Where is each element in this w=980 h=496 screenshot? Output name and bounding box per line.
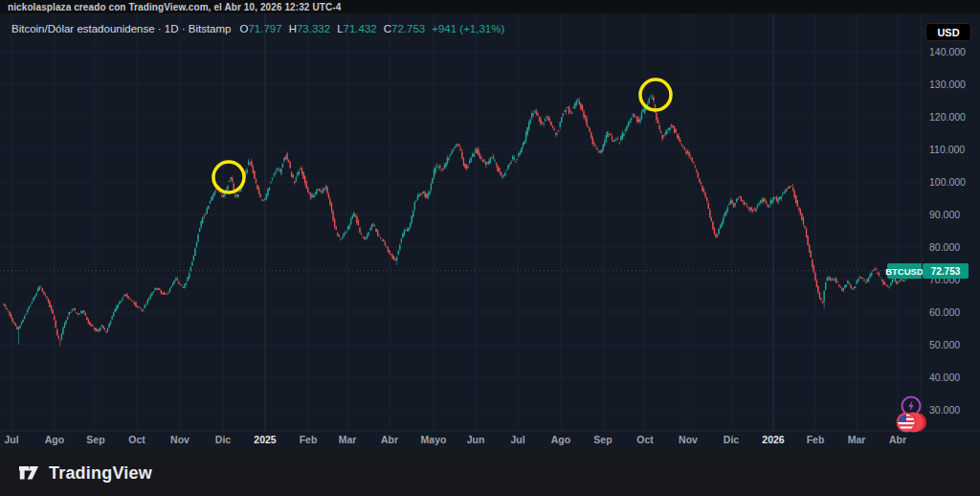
- svg-text:Ago: Ago: [45, 434, 64, 445]
- svg-text:Feb: Feb: [300, 434, 318, 445]
- svg-text:Mayo: Mayo: [421, 434, 447, 445]
- currency-toggle-button[interactable]: USD: [925, 23, 971, 41]
- svg-text:Mar: Mar: [339, 434, 357, 445]
- attribution-text: nickolasplaza creado con TradingView.com…: [8, 2, 341, 12]
- close-value: C72.753: [384, 23, 426, 34]
- svg-text:40.000: 40.000: [929, 372, 960, 383]
- footer-bar: TradingView: [0, 450, 980, 496]
- svg-text:Sep: Sep: [593, 434, 612, 445]
- annotation-circle: [213, 162, 244, 192]
- svg-text:Nov: Nov: [170, 434, 189, 445]
- svg-text:Abr: Abr: [381, 434, 398, 445]
- svg-text:120.000: 120.000: [929, 111, 966, 123]
- svg-text:2026: 2026: [762, 434, 785, 445]
- svg-text:140.000: 140.000: [929, 46, 966, 57]
- tradingview-logo-text[interactable]: TradingView: [49, 463, 152, 484]
- svg-text:60.000: 60.000: [929, 306, 960, 318]
- open-value: O71.797: [239, 23, 281, 34]
- svg-text:100.000: 100.000: [929, 176, 966, 188]
- attribution-bar: nickolasplaza creado con TradingView.com…: [0, 0, 980, 13]
- tradingview-logo-icon[interactable]: [17, 462, 40, 485]
- svg-text:Oct: Oct: [128, 434, 145, 445]
- svg-text:90.000: 90.000: [929, 209, 960, 220]
- svg-text:Nov: Nov: [679, 434, 698, 445]
- svg-text:Dic: Dic: [215, 434, 232, 445]
- last-price-tag: 72.753: [923, 263, 969, 279]
- svg-text:30.000: 30.000: [929, 404, 960, 416]
- svg-text:Jul: Jul: [510, 434, 524, 445]
- low-value: L71.432: [337, 23, 377, 34]
- chart-legend[interactable]: Bitcoin/Dólar estadounidense · 1D · Bits…: [11, 21, 504, 36]
- change-value: +941 (+1,31%): [432, 23, 504, 34]
- symbol-price-tag: BTCUSD: [887, 263, 922, 279]
- svg-text:Mar: Mar: [848, 434, 866, 445]
- tradingview-snapshot: nickolasplaza creado con TradingView.com…: [0, 0, 980, 496]
- svg-text:Jul: Jul: [4, 434, 18, 445]
- svg-text:Dic: Dic: [724, 434, 740, 445]
- svg-text:50.000: 50.000: [929, 339, 960, 350]
- svg-text:110.000: 110.000: [929, 144, 965, 155]
- svg-text:Sep: Sep: [86, 434, 104, 445]
- svg-text:Ago: Ago: [551, 434, 570, 445]
- svg-text:80.000: 80.000: [929, 241, 960, 253]
- high-value: H73.332: [289, 23, 331, 34]
- chart-area[interactable]: 140.000130.000120.000110.000100.00090.00…: [0, 13, 980, 450]
- svg-text:2025: 2025: [254, 434, 277, 445]
- ohlc-values: O71.797 H73.332 L71.432 C72.753 +941 (+1…: [239, 23, 504, 34]
- candlestick-chart[interactable]: 140.000130.000120.000110.000100.00090.00…: [0, 13, 980, 450]
- svg-text:Jun: Jun: [467, 434, 485, 445]
- symbol-title[interactable]: Bitcoin/Dólar estadounidense · 1D · Bits…: [11, 23, 231, 34]
- svg-text:Oct: Oct: [636, 434, 654, 445]
- svg-text:130.000: 130.000: [929, 79, 966, 90]
- svg-text:Feb: Feb: [807, 434, 825, 445]
- us-flag-economic-events-icon[interactable]: [894, 410, 928, 439]
